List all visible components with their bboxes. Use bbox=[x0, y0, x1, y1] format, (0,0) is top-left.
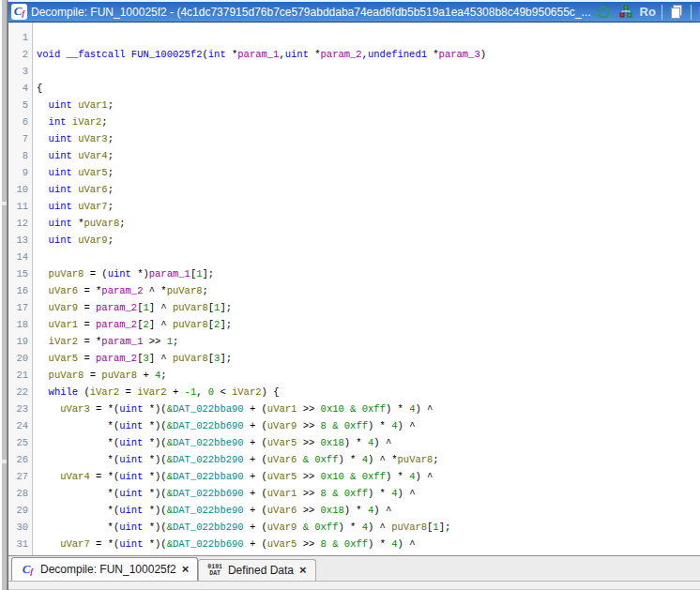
code-line[interactable]: uint uVar5; bbox=[37, 164, 700, 181]
line-number: 15 bbox=[8, 265, 32, 282]
code-lines: void __fastcall FUN_100025f2(int *param_… bbox=[33, 23, 700, 555]
line-number: 1 bbox=[8, 29, 32, 46]
code-line[interactable]: iVar2 = *param_1 >> 1; bbox=[37, 333, 700, 350]
line-number: 24 bbox=[8, 417, 32, 434]
code-line[interactable]: uVar7 = *(uint *)(&DAT_022bb690 + (uVar5… bbox=[37, 536, 700, 552]
line-number: 26 bbox=[8, 451, 32, 468]
line-number: 10 bbox=[8, 181, 32, 198]
line-number: 28 bbox=[8, 485, 32, 502]
code-line[interactable]: *(uint *)(&DAT_022bb690 + (uVar1 >> 8 & … bbox=[37, 485, 700, 502]
code-line[interactable]: uint *puVar8; bbox=[37, 215, 700, 232]
toolbar-separator bbox=[662, 5, 662, 20]
refresh-icon-svg bbox=[596, 5, 611, 20]
decompiler-cf-icon: Cf bbox=[21, 562, 35, 578]
code-line[interactable]: *(uint *)(&DAT_022bb290 + (uVar6 & 0xff)… bbox=[37, 451, 700, 468]
line-number: 5 bbox=[8, 97, 32, 113]
line-number: 22 bbox=[8, 384, 32, 401]
graph-icon[interactable] bbox=[617, 4, 634, 21]
code-line[interactable]: *(uint *)(&DAT_022bbe90 + (uVar5 >> 0x18… bbox=[37, 434, 700, 451]
ro-button[interactable]: Ro bbox=[640, 5, 656, 19]
code-line[interactable] bbox=[37, 63, 700, 80]
line-number: 18 bbox=[8, 316, 32, 333]
code-line[interactable]: void __fastcall FUN_100025f2(int *param_… bbox=[37, 46, 700, 63]
line-number: 30 bbox=[8, 519, 32, 536]
line-number: 2 bbox=[8, 46, 32, 63]
line-number: 8 bbox=[8, 147, 32, 164]
tab-label: Decompile: FUN_100025f2 bbox=[40, 563, 176, 576]
refresh-icon[interactable] bbox=[595, 4, 612, 21]
decompiler-cf-icon: Cf bbox=[11, 4, 27, 20]
titlebar-toolbar: Ro bbox=[595, 4, 700, 21]
tab-decompile[interactable]: Cf Decompile: FUN_100025f2 × bbox=[11, 557, 198, 581]
defined-data-icon-top: 0101 bbox=[207, 564, 222, 570]
copy-icon[interactable] bbox=[668, 4, 685, 21]
code-line[interactable] bbox=[37, 249, 700, 265]
line-numbers: 1234567891011121314151617181920212223242… bbox=[8, 23, 33, 555]
code-line[interactable]: *(uint *)(&DAT_022bbe90 + (uVar6 >> 0x18… bbox=[37, 502, 700, 519]
splitter-notch bbox=[2, 460, 7, 463]
code-line[interactable]: uVar4 = *(uint *)(&DAT_022bba90 + (uVar5… bbox=[37, 468, 700, 485]
code-line[interactable] bbox=[37, 29, 700, 46]
code-line[interactable]: uVar6 = *param_2 ^ *puVar8; bbox=[37, 282, 700, 299]
code-line[interactable]: int iVar2; bbox=[37, 113, 700, 130]
line-number: 21 bbox=[8, 367, 32, 384]
line-number: 9 bbox=[8, 164, 32, 181]
line-number: 3 bbox=[8, 63, 32, 80]
line-number: 6 bbox=[8, 113, 32, 130]
code-line[interactable]: uVar5 = param_2[3] ^ puVar8[3]; bbox=[37, 350, 700, 367]
decompile-view: 1234567891011121314151617181920212223242… bbox=[8, 23, 700, 555]
line-number: 25 bbox=[8, 434, 32, 451]
line-number: 4 bbox=[8, 80, 32, 97]
titlebar[interactable]: Cf Decompile: FUN_100025f2 - (4c1dc73791… bbox=[8, 2, 700, 23]
line-number: 13 bbox=[8, 232, 32, 249]
defined-data-icon-bottom: DAT bbox=[209, 570, 221, 577]
code-line[interactable]: *(uint *)(&DAT_022bb690 + (uVar9 >> 8 & … bbox=[37, 417, 700, 434]
tab-label: Defined Data bbox=[228, 564, 294, 577]
splitter-notch bbox=[2, 202, 7, 205]
code-line[interactable]: uint uVar3; bbox=[37, 130, 700, 147]
line-number: 27 bbox=[8, 468, 32, 485]
line-number: 14 bbox=[8, 249, 32, 265]
cf-icon-c: C bbox=[14, 4, 23, 18]
line-number: 7 bbox=[8, 130, 32, 147]
line-number: 29 bbox=[8, 502, 32, 519]
graph-icon-svg bbox=[619, 6, 632, 18]
tab-defined-data[interactable]: 0101 DAT Defined Data × bbox=[198, 559, 315, 581]
code-line[interactable]: uint uVar7; bbox=[37, 198, 700, 215]
line-number: 12 bbox=[8, 215, 32, 232]
code-line[interactable]: uint uVar1; bbox=[37, 97, 700, 113]
code-line[interactable]: while (iVar2 = iVar2 + -1, 0 < iVar2) { bbox=[37, 384, 700, 401]
code-line[interactable]: uVar1 = param_2[2] ^ puVar8[2]; bbox=[37, 316, 700, 333]
cf-icon-f: f bbox=[22, 4, 24, 23]
code-line[interactable]: uVar3 = *(uint *)(&DAT_022bba90 + (uVar1… bbox=[37, 401, 700, 417]
tab-close-icon[interactable]: × bbox=[182, 564, 190, 575]
bottom-edge bbox=[8, 581, 700, 590]
code-line[interactable]: uint uVar6; bbox=[37, 181, 700, 198]
cf-icon-f: f bbox=[30, 562, 33, 581]
code-line[interactable]: uVar9 = param_2[1] ^ puVar8[1]; bbox=[37, 299, 700, 316]
code-line[interactable]: puVar8 = puVar8 + 4; bbox=[37, 367, 700, 384]
window-title: Decompile: FUN_100025f2 - (4c1dc737915d7… bbox=[31, 6, 591, 19]
copy-icon-svg bbox=[669, 5, 684, 20]
code-line[interactable]: *(uint *)(&DAT_022bb290 + (uVar9 & 0xff)… bbox=[37, 519, 700, 536]
defined-data-icon: 0101 DAT bbox=[207, 564, 222, 577]
panel-splitter[interactable] bbox=[0, 0, 8, 590]
line-number: 16 bbox=[8, 282, 32, 299]
decompile-panel: Cf Decompile: FUN_100025f2 - (4c1dc73791… bbox=[8, 0, 700, 590]
code-line[interactable]: puVar8 = (uint *)param_1[1]; bbox=[37, 265, 700, 282]
toolbar-separator bbox=[691, 5, 692, 20]
code-line[interactable]: { bbox=[37, 80, 700, 97]
line-number: 23 bbox=[8, 401, 32, 417]
cf-icon-c: C bbox=[23, 562, 31, 576]
line-number: 11 bbox=[8, 198, 32, 215]
line-number: 20 bbox=[8, 350, 32, 367]
decompiler-window: Cf Decompile: FUN_100025f2 - (4c1dc73791… bbox=[0, 0, 700, 590]
bottom-tabbar: Cf Decompile: FUN_100025f2 × 0101 DAT De… bbox=[8, 555, 700, 581]
line-number: 19 bbox=[8, 333, 32, 350]
line-number: 17 bbox=[8, 299, 32, 316]
line-number: 31 bbox=[8, 536, 32, 552]
code-line[interactable]: uint uVar4; bbox=[37, 147, 700, 164]
tab-close-icon[interactable]: × bbox=[299, 565, 307, 576]
code-line[interactable]: uint uVar9; bbox=[37, 232, 700, 249]
